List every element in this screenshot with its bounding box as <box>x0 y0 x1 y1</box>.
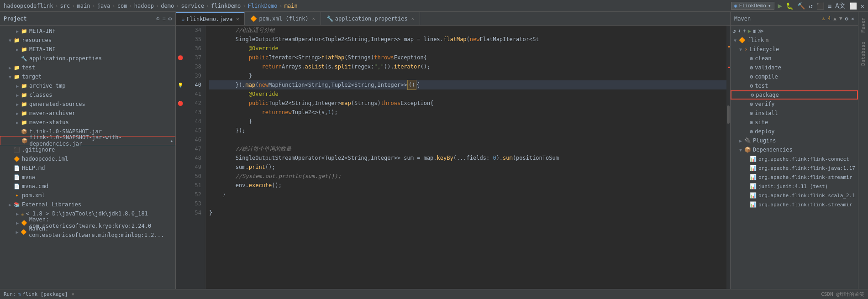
dependencies-icon: 📦 <box>744 147 751 153</box>
maven-item-lifecycle[interactable]: ▼ ⚡ Lifecycle <box>731 45 858 54</box>
tree-item-jar2[interactable]: ▶ 📦 flink-1.0-SNAPSHOT-jar-with-dependen… <box>0 136 175 145</box>
tab-flink-java[interactable]: ☕ FlinkDemo.java ✕ <box>176 12 245 25</box>
tree-item-target[interactable]: ▼ 📁 target <box>0 72 175 81</box>
close-window-button[interactable]: ✕ <box>861 2 864 10</box>
folder-icon: 📁 <box>21 120 27 126</box>
tab-close-button[interactable]: ✕ <box>236 16 239 21</box>
tree-item-mvnw-cmd[interactable]: ▶ 📄 mvnw.cmd <box>0 182 175 191</box>
collapse-icon[interactable]: ≡ <box>163 16 166 22</box>
tree-item-resources[interactable]: ▼ 📁 resources <box>0 36 175 45</box>
bc-hadoop[interactable]: hadoop <box>134 3 154 9</box>
bc-com[interactable]: com <box>117 3 127 9</box>
maven-item-clean[interactable]: ▶ ⚙ clean <box>731 54 858 63</box>
run-config-dropdown[interactable]: ◉ FlinkDemo ▾ <box>731 2 774 10</box>
tree-item-generated-sources[interactable]: ▶ 📁 generated-sources <box>0 100 175 109</box>
tree-item-app-props[interactable]: ▶ 🔧 application.properties <box>0 54 175 63</box>
tab-close-button[interactable]: ✕ <box>411 16 414 21</box>
stop-button[interactable]: ⬛ <box>816 2 824 10</box>
run-tab-close[interactable]: × <box>71 291 74 297</box>
maven-item-test[interactable]: ▶ ⚙ test <box>731 81 858 90</box>
code-line-37: public Iterator<String> flatMap(String s… <box>209 53 726 62</box>
maven-arrow: ▼ <box>738 147 743 152</box>
warning-arrow-down[interactable]: ▼ <box>839 16 842 21</box>
gutter-40-lamp[interactable]: 💡 <box>176 80 185 89</box>
tree-item-meta-inf-2[interactable]: ▶ 📁 META-INF <box>0 45 175 54</box>
maven-item-plugins[interactable]: ▶ 🔌 Plugins <box>731 136 858 145</box>
maven-dep-flink-scala[interactable]: ▶ 📊 org.apache.flink:flink-scala_2.1 <box>731 191 858 200</box>
maven-item-site[interactable]: ▶ ⚙ site <box>731 118 858 127</box>
settings-icon[interactable]: ⚙ <box>168 16 172 22</box>
reload-button[interactable]: ↺ <box>809 2 812 10</box>
tree-item-maven-archiver[interactable]: ▶ 📁 maven-archiver <box>0 109 175 118</box>
run-button[interactable]: ▶ <box>778 1 783 10</box>
maven-item-package[interactable]: ▶ ⚙ package <box>731 90 858 100</box>
tree-item-maven-status[interactable]: ▶ 📁 maven-status <box>0 118 175 127</box>
maven-item-refresh[interactable]: ↺ ⬇ + ▶ m ≫ <box>731 26 858 36</box>
debug-button[interactable]: 🐛 <box>786 2 794 10</box>
maven-close-icon[interactable]: ✕ <box>851 16 854 22</box>
maven-item-verify[interactable]: ▶ ⚙ verify <box>731 100 858 109</box>
tree-label: pom.xml <box>22 192 45 199</box>
maven-dep-flink-stream1[interactable]: ▶ 📊 org.apache.flink:flink-streamir <box>731 173 858 182</box>
bc-java[interactable]: java <box>97 3 110 9</box>
tab-app-props[interactable]: 🔧 application.properties ✕ <box>321 12 420 25</box>
tree-item-test[interactable]: ▶ 📁 test <box>0 63 175 72</box>
maven-item-deploy[interactable]: ▶ ⚙ deploy <box>731 127 858 136</box>
tree-label: flink-1.0-SNAPSHOT.jar <box>29 128 102 135</box>
tree-item-external-libs[interactable]: ▶ 📚 External Libraries <box>0 200 175 209</box>
tree-item-pom-xml[interactable]: ▶ 🔸 pom.xml <box>0 191 175 200</box>
tree-item-meta-inf-1[interactable]: ▶ 📁 META-INF <box>0 26 175 36</box>
tab-pom-xml[interactable]: 🔶 pom.xml (flink) ✕ <box>245 12 321 25</box>
warning-arrow-up[interactable]: ▲ <box>833 16 836 21</box>
maven-dep-flink-stream2[interactable]: ▶ 📊 org.apache.flink:flink-streamir <box>731 200 858 209</box>
editor-scrollbar[interactable] <box>726 26 730 289</box>
maven-item-validate[interactable]: ▶ ⚙ validate <box>731 63 858 72</box>
maven-dep-junit[interactable]: ▶ 📊 junit:junit:4.11 (test) <box>731 182 858 191</box>
tree-item-hadoopcode-iml[interactable]: ▶ 🔶 hadoopcode.iml <box>0 154 175 163</box>
vtab-database[interactable]: Database <box>859 38 867 69</box>
maven-settings-icon[interactable]: ⚙ <box>845 16 848 22</box>
bc-hadoopcodeflink[interactable]: hadoopcodeflink <box>4 3 53 9</box>
vtab-maven[interactable]: Maven <box>859 14 867 36</box>
tab-bar: ☕ FlinkDemo.java ✕ 🔶 pom.xml (flink) ✕ 🔧… <box>176 12 730 26</box>
ln-51: 51 <box>187 181 201 190</box>
dep-item-icon: 📊 <box>750 156 757 162</box>
bc-flinkdemo[interactable]: flinkDemo <box>211 3 241 9</box>
restore-button[interactable]: ⬜ <box>849 2 857 10</box>
tree-label: target <box>22 73 42 80</box>
bc-service[interactable]: service <box>181 3 204 9</box>
code-line-45: }); <box>209 126 726 135</box>
gutter-35 <box>176 35 185 44</box>
new-file-icon[interactable]: ⊕ <box>156 16 159 22</box>
code-content[interactable]: //根据逗号分组 SingleOutputStreamOperator<Tupl… <box>205 26 726 289</box>
bottom-left: Run: m flink [package] × <box>4 291 74 297</box>
bc-demo[interactable]: demo <box>161 3 174 9</box>
gear-icon: ⚙ <box>750 64 753 71</box>
maven-dep-flink-connect[interactable]: ▶ 📊 org.apache.flink:flink-connect <box>731 154 858 163</box>
build-button[interactable]: 🔨 <box>797 2 805 10</box>
maven-item-flink-root[interactable]: ▼ 🔶 flink m <box>731 36 858 45</box>
maven-dep-flink-java[interactable]: ▶ 📊 org.apache.flink:flink-java:1.17 <box>731 163 858 173</box>
tab-close-button[interactable]: ✕ <box>312 16 315 21</box>
tree-item-minlog[interactable]: ▶ 🔶 Maven: com.esotericsoftware.minlog:m… <box>0 227 175 236</box>
bc-src[interactable]: src <box>60 3 70 9</box>
tree-item-classes[interactable]: ▶ 📁 classes <box>0 90 175 100</box>
maven-arrow: ▶ <box>738 138 743 143</box>
bc-main-method[interactable]: main <box>284 3 298 9</box>
jar-icon: 📦 <box>21 138 28 144</box>
tree-item-archive-tmp[interactable]: ▶ 📁 archive-tmp <box>0 81 175 90</box>
maven-item-install[interactable]: ▶ ⚙ install <box>731 109 858 118</box>
translate-button[interactable]: A文 <box>835 2 845 10</box>
tree-item-mvnw[interactable]: ▶ 📄 mvnw <box>0 173 175 182</box>
tree-item-help-md[interactable]: ▶ 📄 HELP.md <box>0 163 175 173</box>
maven-item-compile[interactable]: ▶ ⚙ compile <box>731 72 858 81</box>
bc-main[interactable]: main <box>77 3 90 9</box>
code-line-48: SingleOutputStreamOperator<Tuple2<String… <box>209 153 726 163</box>
more-button[interactable]: ≡ <box>828 2 831 10</box>
tree-arrow: ▶ <box>15 84 20 89</box>
maven-item-dependencies[interactable]: ▼ 📦 Dependencies <box>731 145 858 154</box>
sidebar-title: Project <box>4 16 27 22</box>
dep-item-icon: 📊 <box>750 174 757 180</box>
bc-flinkdemo-class[interactable]: FlinkDemo <box>248 3 278 9</box>
ln-37: 37 <box>187 53 201 62</box>
